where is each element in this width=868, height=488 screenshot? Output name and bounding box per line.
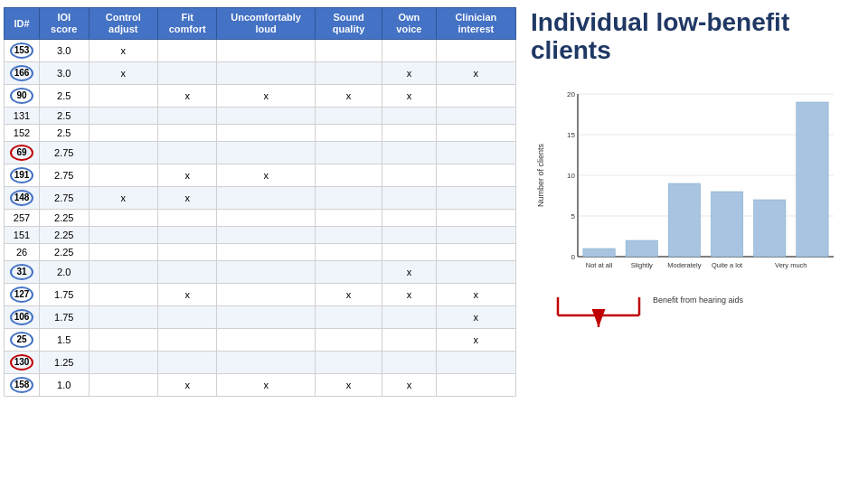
circled-id: 31	[10, 264, 33, 280]
data-cell: x	[382, 374, 437, 397]
table-row: 1061.75x	[5, 306, 516, 329]
data-cell	[315, 244, 382, 261]
data-cell	[89, 164, 157, 187]
id-cell: 166	[5, 62, 40, 85]
data-cell	[158, 142, 217, 164]
data-cell	[382, 352, 437, 374]
data-cell	[315, 125, 382, 142]
data-cell: 1.25	[40, 352, 90, 374]
data-cell: 2.25	[40, 244, 90, 261]
table-row: 1522.5	[5, 125, 516, 142]
data-cell	[217, 329, 316, 352]
id-cell: 191	[5, 164, 40, 187]
data-cell	[436, 108, 515, 125]
id-cell: 127	[5, 284, 40, 306]
data-cell	[158, 40, 217, 62]
data-cell	[436, 210, 515, 227]
col-uncomf: Uncomfortably loud	[217, 8, 316, 40]
data-cell: 1.0	[40, 374, 90, 397]
svg-text:10: 10	[567, 172, 575, 180]
data-cell	[217, 261, 316, 284]
data-cell	[436, 227, 515, 244]
data-cell	[382, 244, 437, 261]
data-cell	[315, 187, 382, 210]
col-ioi: IOI score	[40, 8, 90, 40]
circled-id-red: 69	[10, 145, 33, 161]
data-cell: 2.5	[40, 85, 90, 108]
data-table: ID# IOI score Control adjust Fit comfort…	[4, 7, 516, 397]
circled-id: 148	[10, 190, 33, 206]
id-cell: 152	[5, 125, 40, 142]
data-cell	[315, 352, 382, 374]
svg-text:Not at all: Not at all	[586, 261, 613, 269]
data-cell	[217, 284, 316, 306]
circled-id: 166	[10, 65, 33, 81]
svg-text:20: 20	[567, 90, 575, 99]
table-row: 262.25	[5, 244, 516, 261]
data-cell	[89, 261, 157, 284]
svg-text:15: 15	[567, 131, 575, 139]
data-cell	[315, 227, 382, 244]
data-cell	[382, 142, 437, 164]
data-cell: x	[158, 164, 217, 187]
circled-id: 191	[10, 167, 33, 183]
col-fit: Fit comfort	[158, 8, 217, 40]
data-cell	[315, 210, 382, 227]
table-row: 1482.75xx	[5, 187, 516, 210]
data-cell: 1.75	[40, 306, 90, 329]
table-row: 1533.0x	[5, 40, 516, 62]
data-cell	[89, 108, 157, 125]
circled-id: 153	[10, 42, 33, 59]
data-cell	[436, 261, 515, 284]
data-cell	[217, 227, 316, 244]
circled-id: 90	[10, 88, 33, 104]
col-own: Own voice	[382, 8, 437, 40]
svg-rect-14	[754, 200, 786, 257]
svg-text:0: 0	[571, 253, 576, 261]
data-cell: 2.75	[40, 164, 90, 187]
data-cell: 2.5	[40, 108, 90, 125]
data-cell	[158, 108, 217, 125]
data-cell	[158, 62, 217, 85]
data-cell: x	[315, 284, 382, 306]
id-cell: 69	[5, 142, 40, 164]
data-cell	[217, 142, 316, 164]
svg-rect-11	[626, 240, 657, 257]
data-cell: x	[436, 62, 515, 85]
data-cell	[89, 85, 157, 108]
data-cell: x	[382, 62, 437, 85]
circled-id: 158	[10, 377, 33, 393]
svg-text:Quite a lot: Quite a lot	[712, 261, 743, 269]
svg-text:Very much: Very much	[775, 261, 807, 269]
svg-text:Moderately: Moderately	[667, 261, 701, 269]
red-arrow	[549, 293, 730, 329]
data-cell	[217, 306, 316, 329]
svg-rect-12	[668, 183, 700, 257]
svg-text:5: 5	[571, 212, 576, 221]
id-cell: 151	[5, 227, 40, 244]
data-cell	[382, 164, 437, 187]
data-cell	[89, 352, 157, 374]
col-id: ID#	[5, 8, 40, 40]
svg-rect-13	[711, 192, 742, 257]
data-cell	[158, 306, 217, 329]
data-cell	[315, 62, 382, 85]
table-row: 312.0x	[5, 261, 516, 284]
data-cell	[89, 329, 157, 352]
table-row: 251.5x	[5, 329, 516, 352]
data-cell	[436, 352, 515, 374]
data-cell	[315, 108, 382, 125]
data-cell: 3.0	[40, 62, 90, 85]
data-cell	[315, 164, 382, 187]
data-cell	[217, 62, 316, 85]
id-cell: 158	[5, 374, 40, 397]
data-cell	[382, 125, 437, 142]
data-cell: 3.0	[40, 40, 90, 62]
data-cell	[382, 108, 437, 125]
data-cell: x	[89, 40, 157, 62]
data-cell: x	[382, 85, 437, 108]
id-cell: 25	[5, 329, 40, 352]
data-cell	[382, 40, 437, 62]
id-cell: 130	[5, 352, 40, 374]
svg-text:Slightly: Slightly	[631, 261, 653, 269]
